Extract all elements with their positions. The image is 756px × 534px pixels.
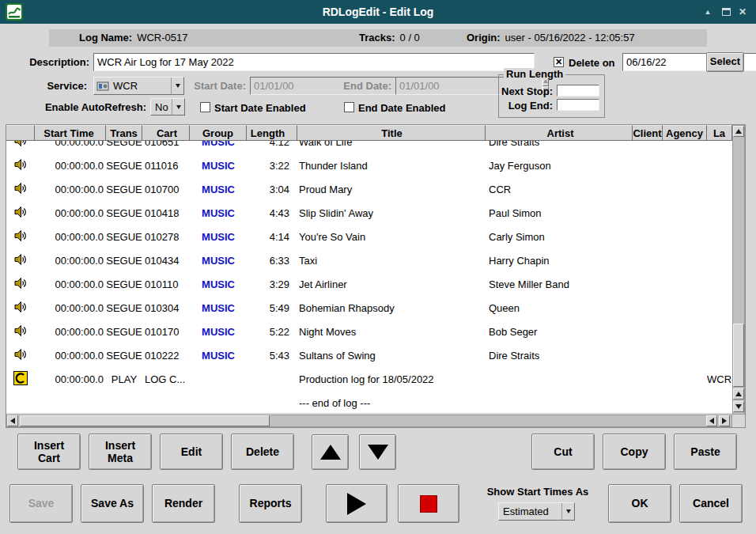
table-row-chain[interactable]: 00:00:00.0PLAYLOG C...Production log for… xyxy=(6,367,732,391)
stop-icon xyxy=(420,495,437,513)
tracks-label: Tracks: xyxy=(359,32,395,44)
start-date-enabled-label: Start Date Enabled xyxy=(214,102,306,114)
scroll-down-button[interactable] xyxy=(733,401,744,412)
speaker-icon xyxy=(14,253,27,268)
tracks-value: 0 / 0 xyxy=(400,32,420,44)
log-name-label: Log Name: xyxy=(79,32,132,44)
paste-button[interactable]: Paste xyxy=(674,434,737,470)
column-header-label[interactable]: La xyxy=(707,125,732,141)
start-date-enabled-checkbox[interactable] xyxy=(200,102,210,112)
column-header-cart[interactable]: Cart xyxy=(142,125,190,141)
autorefresh-label: Enable AutoRefresh: xyxy=(0,101,146,113)
scroll-left-button[interactable] xyxy=(7,415,18,426)
column-header-start-time[interactable]: Start Time xyxy=(35,125,106,141)
scroll-up-button[interactable] xyxy=(733,388,744,400)
insert-cart-button[interactable]: Insert Cart xyxy=(17,434,81,470)
ok-button[interactable]: OK xyxy=(608,484,671,523)
service-icon xyxy=(96,81,109,92)
scroll-right-button[interactable] xyxy=(719,415,730,426)
column-header-artist[interactable]: Artist xyxy=(486,125,633,141)
stop-button[interactable] xyxy=(398,484,459,523)
speaker-icon xyxy=(14,206,27,221)
show-start-times-value: Estimated xyxy=(499,506,561,517)
table-row[interactable]: 00:00:00.0SEGUE010170MUSIC5:22Night Move… xyxy=(6,320,732,343)
next-stop-input[interactable] xyxy=(557,85,599,97)
speaker-icon xyxy=(14,182,27,197)
start-date-spinbox xyxy=(250,77,328,95)
table-row[interactable]: 00:00:00.0SEGUE010418MUSIC4:43Slip Slidi… xyxy=(6,201,732,225)
table-row[interactable]: 00:00:00.0SEGUE011016MUSIC3:22Thunder Is… xyxy=(6,153,732,177)
edit-button[interactable]: Edit xyxy=(160,434,223,470)
column-header-length[interactable]: Length xyxy=(247,125,297,141)
delete-on-label: Delete on xyxy=(569,57,615,69)
scroll-up-button[interactable] xyxy=(733,126,744,137)
column-header-client[interactable]: Client xyxy=(633,125,663,141)
vertical-scrollbar-thumb[interactable] xyxy=(733,324,744,387)
column-header-trans[interactable]: Trans xyxy=(106,125,142,141)
show-start-times-combobox[interactable]: Estimated xyxy=(498,502,575,521)
play-button[interactable] xyxy=(326,484,387,523)
table-row[interactable]: 00:00:00.0SEGUE010304MUSIC5:49Bohemian R… xyxy=(6,296,732,320)
service-combobox[interactable]: WCR xyxy=(93,77,184,95)
move-down-button[interactable] xyxy=(359,434,396,470)
end-date-enabled-checkbox[interactable] xyxy=(344,102,354,112)
chevron-down-icon xyxy=(171,78,183,94)
chevron-down-icon xyxy=(172,99,184,115)
maximize-icon[interactable] xyxy=(719,5,733,19)
log-end-input[interactable] xyxy=(557,99,599,111)
description-label: Description: xyxy=(0,56,89,68)
vertical-scrollbar[interactable] xyxy=(732,125,745,415)
arrow-down-icon xyxy=(368,445,388,460)
table-row[interactable]: 00:00:00.0SEGUE010700MUSIC3:04Proud Mary… xyxy=(6,177,732,201)
speaker-icon xyxy=(14,324,27,339)
origin-label: Origin: xyxy=(467,32,501,44)
close-icon[interactable]: ✕ xyxy=(735,5,750,19)
cancel-button[interactable]: Cancel xyxy=(679,484,743,523)
select-button[interactable]: Select xyxy=(706,52,744,72)
table-row[interactable]: 00:00:00.0SEGUE010434MUSIC6:33TaxiHarry … xyxy=(6,248,732,272)
delete-button[interactable]: Delete xyxy=(231,434,294,470)
cut-button[interactable]: Cut xyxy=(531,434,595,470)
horizontal-scrollbar-thumb[interactable] xyxy=(20,415,270,426)
table-row[interactable]: 00:00:00.0SEGUE010651MUSIC4:12Walk of Li… xyxy=(6,141,732,153)
end-date-spinbox xyxy=(395,77,474,95)
speaker-icon xyxy=(14,229,27,244)
move-up-button[interactable] xyxy=(312,434,349,470)
column-header-icon[interactable] xyxy=(6,125,35,141)
delete-on-checkbox[interactable]: ✕ xyxy=(554,57,564,67)
save-as-button[interactable]: Save As xyxy=(81,484,144,523)
save-button[interactable]: Save xyxy=(9,484,73,523)
column-header-agency[interactable]: Agency xyxy=(663,125,707,141)
shade-icon[interactable]: ▲ xyxy=(701,5,715,19)
next-stop-label: Next Stop: xyxy=(501,85,553,97)
delete-date-spinbox xyxy=(622,53,686,71)
insert-meta-button[interactable]: Insert Meta xyxy=(89,434,152,470)
speaker-icon xyxy=(14,141,27,150)
checkmark-icon: ✕ xyxy=(555,58,562,66)
horizontal-scrollbar[interactable] xyxy=(6,415,732,427)
copy-button[interactable]: Copy xyxy=(603,434,666,470)
chevron-down-icon xyxy=(561,503,574,520)
table-row[interactable]: 00:00:00.0SEGUE010278MUSIC4:14You're So … xyxy=(6,225,732,248)
log-info-bar: Log Name:WCR-0517 Tracks:0 / 0 Origin:us… xyxy=(49,29,707,47)
description-input[interactable] xyxy=(93,53,535,71)
scroll-left-button[interactable] xyxy=(706,415,717,426)
log-end-label: Log End: xyxy=(501,100,553,112)
table-header: Start Time Trans Cart Group Length Title… xyxy=(6,125,732,141)
column-header-group[interactable]: Group xyxy=(190,125,247,141)
chain-icon xyxy=(13,371,28,388)
speaker-icon xyxy=(14,301,27,316)
log-table: Start Time Trans Cart Group Length Title… xyxy=(6,125,745,427)
table-body: 00:00:00.0SEGUE010651MUSIC4:12Walk of Li… xyxy=(6,141,732,413)
table-row[interactable]: 00:00:00.0SEGUE010222MUSIC5:43Sultans of… xyxy=(6,343,732,367)
play-icon xyxy=(347,493,366,515)
reports-button[interactable]: Reports xyxy=(239,484,302,523)
rdlogedit-window: RDLogEdit - Edit Log ▲ ✕ Log Name:WCR-05… xyxy=(0,0,756,534)
table-row-end-of-log[interactable]: --- end of log --- xyxy=(6,391,732,413)
end-date-label: End Date: xyxy=(336,80,391,92)
column-header-title[interactable]: Title xyxy=(297,125,486,141)
autorefresh-combobox[interactable]: No xyxy=(150,98,185,116)
render-button[interactable]: Render xyxy=(152,484,215,523)
table-row[interactable]: 00:00:00.0SEGUE010110MUSIC3:29Jet Airlin… xyxy=(6,272,732,296)
service-value: WCR xyxy=(109,80,171,92)
